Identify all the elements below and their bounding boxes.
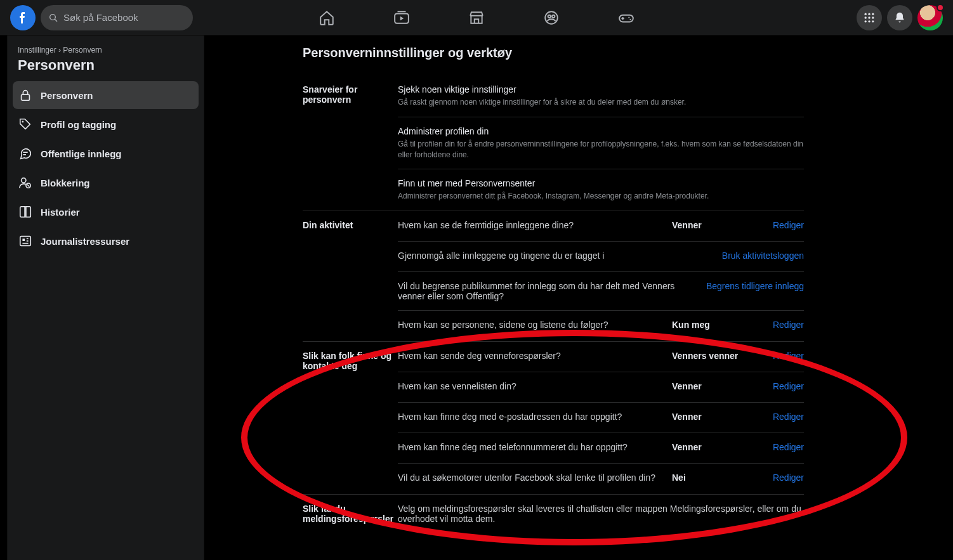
search-icon xyxy=(48,13,58,23)
search-input[interactable] xyxy=(63,12,185,23)
right-nav xyxy=(857,5,943,30)
row-text: Hvem kan finne deg med telefonnummeret d… xyxy=(398,442,664,452)
row-title: Sjekk noen viktige innstillinger xyxy=(398,84,804,94)
menu-button[interactable] xyxy=(857,5,882,30)
main-content: Personverninnstillinger og verktøy Snarv… xyxy=(204,36,953,560)
nav-gaming[interactable] xyxy=(591,3,661,33)
row-title: Hvem kan se vennelisten din? xyxy=(398,381,664,391)
row-value: Venner xyxy=(672,412,761,422)
nav-watch[interactable] xyxy=(367,3,437,33)
settings-row[interactable]: Gjennomgå alle innleggene og tingene du … xyxy=(398,242,804,272)
row-action-link[interactable]: Rediger xyxy=(768,442,804,452)
svg-rect-28 xyxy=(20,237,31,246)
sidebar-item-comment[interactable]: Offentlige innlegg xyxy=(13,140,199,167)
search-box[interactable] xyxy=(41,5,193,30)
row-action-link[interactable]: Rediger xyxy=(768,351,804,361)
row-action-link[interactable]: Rediger xyxy=(768,381,804,391)
settings-row[interactable]: Vil du at søkemotorer utenfor Facebook s… xyxy=(398,464,804,494)
row-title: Vil du begrense publikummet for innlegg … xyxy=(398,281,699,301)
row-title: Administrer profilen din xyxy=(398,126,804,136)
row-action-link[interactable]: Begrens tidligere innlegg xyxy=(706,281,804,291)
svg-point-4 xyxy=(545,11,558,24)
settings-row[interactable]: Hvem kan se de fremtidige innleggene din… xyxy=(398,211,804,242)
svg-point-25 xyxy=(22,178,26,183)
row-value: Venner xyxy=(672,442,761,452)
top-navigation xyxy=(0,0,953,36)
row-text: Sjekk noen viktige innstillingerGå raskt… xyxy=(398,84,804,108)
svg-point-20 xyxy=(872,20,874,22)
notification-badge xyxy=(937,4,944,11)
nav-marketplace[interactable] xyxy=(442,3,511,33)
profile-avatar[interactable] xyxy=(917,5,943,30)
row-text: Hvem kan sende deg venneforespørsler? xyxy=(398,351,664,361)
row-text: Gjennomgå alle innleggene og tingene du … xyxy=(398,251,714,261)
settings-section: Din aktivitetHvem kan se de fremtidige i… xyxy=(303,211,804,342)
row-action-link[interactable]: Rediger xyxy=(768,412,804,422)
svg-point-19 xyxy=(868,20,870,22)
user-x-icon xyxy=(18,176,33,190)
row-title: Velg om meldingsforespørsler skal levere… xyxy=(398,504,804,524)
nav-groups[interactable] xyxy=(516,3,586,33)
section-label: Din aktivitet xyxy=(303,211,398,341)
settings-row[interactable]: Vil du begrense publikummet for innlegg … xyxy=(398,272,804,311)
row-title: Hvem kan finne deg med telefonnummeret d… xyxy=(398,442,664,452)
row-description: Administrer personvernet ditt på Faceboo… xyxy=(398,191,804,202)
sidebar-item-label: Offentlige innlegg xyxy=(41,148,122,159)
svg-point-18 xyxy=(865,20,867,22)
svg-line-27 xyxy=(27,185,30,187)
svg-point-10 xyxy=(628,16,629,18)
row-text: Hvem kan se personene, sidene og listene… xyxy=(398,320,664,330)
settings-row[interactable]: Finn ut mer med PersonvernsenterAdminist… xyxy=(398,169,804,211)
svg-point-22 xyxy=(22,121,24,123)
svg-point-13 xyxy=(868,13,870,15)
sidebar-title: Personvern xyxy=(13,57,199,81)
sidebar-item-label: Profil og tagging xyxy=(41,119,116,130)
notifications-button[interactable] xyxy=(887,5,912,30)
svg-rect-21 xyxy=(22,94,30,100)
settings-row[interactable]: Administrer profilen dinGå til profilen … xyxy=(398,117,804,170)
settings-row[interactable]: Hvem kan finne deg med e-postadressen du… xyxy=(398,403,804,433)
row-value: Venners venner xyxy=(672,351,761,361)
left-scrollbar[interactable] xyxy=(0,36,8,560)
settings-row[interactable]: Hvem kan se personene, sidene og listene… xyxy=(398,311,804,341)
settings-row[interactable]: Sjekk noen viktige innstillingerGå raskt… xyxy=(398,75,804,117)
settings-row[interactable]: Hvem kan finne deg med telefonnummeret d… xyxy=(398,433,804,464)
svg-point-14 xyxy=(872,13,874,15)
row-action-link[interactable]: Bruk aktivitetsloggen xyxy=(722,251,804,261)
row-text: Hvem kan finne deg med e-postadressen du… xyxy=(398,412,664,422)
sidebar-item-lock[interactable]: Personvern xyxy=(13,81,199,109)
row-value: Venner xyxy=(672,220,761,230)
facebook-logo[interactable] xyxy=(10,5,36,30)
row-value: Kun meg xyxy=(672,320,761,330)
row-text: Administrer profilen dinGå til profilen … xyxy=(398,126,804,160)
sidebar-item-user-x[interactable]: Blokkering xyxy=(13,169,199,197)
row-title: Hvem kan se personene, sidene og listene… xyxy=(398,320,664,330)
nav-home[interactable] xyxy=(292,3,362,33)
sidebar-item-tag[interactable]: Profil og tagging xyxy=(13,110,199,138)
lock-icon xyxy=(18,88,33,102)
svg-point-15 xyxy=(865,16,867,18)
row-description: Gå raskt gjennom noen viktige innstillin… xyxy=(398,97,804,108)
settings-row[interactable]: Hvem kan sende deg venneforespørsler?Ven… xyxy=(398,342,804,372)
row-action-link[interactable]: Rediger xyxy=(768,472,804,483)
page-title: Personverninnstillinger og verktøy xyxy=(303,46,804,60)
section-label: Slik kan folk finne og kontakte deg xyxy=(303,342,398,494)
sidebar-item-newspaper[interactable]: Journalistressurser xyxy=(13,227,199,255)
settings-row[interactable]: Velg om meldingsforespørsler skal levere… xyxy=(398,495,804,533)
row-action-link[interactable]: Rediger xyxy=(768,220,804,230)
sidebar-item-label: Historier xyxy=(41,207,80,218)
breadcrumb[interactable]: Innstillinger › Personvern xyxy=(13,46,199,57)
settings-section: Slik kan folk finne og kontakte degHvem … xyxy=(303,342,804,495)
svg-point-5 xyxy=(548,15,551,17)
sidebar-item-book[interactable]: Historier xyxy=(13,198,199,226)
svg-point-12 xyxy=(865,13,867,15)
row-text: Hvem kan se vennelisten din? xyxy=(398,381,664,391)
row-action-link[interactable]: Rediger xyxy=(768,320,804,330)
settings-row[interactable]: Hvem kan se vennelisten din?VennerRedige… xyxy=(398,372,804,403)
row-text: Velg om meldingsforespørsler skal levere… xyxy=(398,504,804,524)
row-description: Gå til profilen din for å endre personve… xyxy=(398,139,804,160)
settings-section: Snarveier for personvernSjekk noen vikti… xyxy=(303,75,804,211)
tag-icon xyxy=(18,117,33,131)
svg-point-11 xyxy=(629,18,631,20)
row-title: Gjennomgå alle innleggene og tingene du … xyxy=(398,251,714,261)
